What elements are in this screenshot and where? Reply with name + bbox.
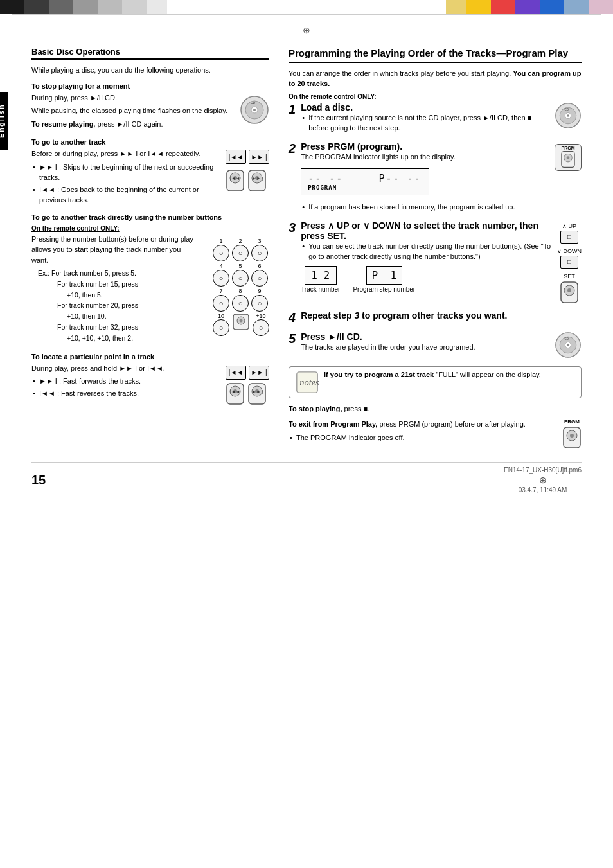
- step-3-content: Press ∧ UP or ∨ DOWN to select the track…: [301, 220, 552, 297]
- left-section-title: Basic Disc Operations: [31, 47, 269, 60]
- step-1-cd-icon: CD: [555, 102, 582, 130]
- up-down-set-icons: ∧ UP □ ∨ DOWN □ SET: [557, 223, 582, 304]
- exit-prgm-icon: PRGM: [562, 419, 582, 449]
- svg-text:►► |: ►► |: [252, 389, 263, 394]
- top-bar-left: [0, 0, 167, 14]
- locate-title: To locate a particular point in a track: [31, 353, 269, 360]
- numbtns-title: To go to another track directly using th…: [31, 213, 269, 221]
- right-section-title: Programming the Playing Order of the Tra…: [289, 47, 582, 63]
- numbtns-body: Pressing the number button(s) before or …: [31, 234, 195, 266]
- step-4-num: 4: [289, 310, 296, 325]
- page-outer: English ⊕ Basic Disc Operations While pl…: [12, 14, 601, 849]
- svg-point-27: [567, 114, 569, 117]
- prgm-remote-btn: PRGM: [555, 144, 582, 171]
- step-2-bullets: If a program has been stored in memory, …: [301, 202, 549, 213]
- numbtns-section: Pressing the number button(s) before or …: [31, 234, 269, 346]
- svg-point-31: [567, 156, 570, 159]
- left-intro: While playing a disc, you can do the fol…: [31, 65, 269, 76]
- stop-resume: To resume playing, press ►/II CD again.: [31, 119, 235, 130]
- locate-icons: |◄◄ ►► | |◄◄: [226, 366, 269, 405]
- exit-program-note: The PROGRAM indicator goes off.: [296, 432, 557, 443]
- page-inner: ⊕ Basic Disc Operations While playing a …: [12, 15, 601, 513]
- notes-content: If you try to program a 21st track "FULL…: [324, 371, 541, 378]
- notes-bold: If you try to program a 21st track: [324, 371, 434, 378]
- numpad-diagram: 1 2 3 ○ ○ ○ 4 5 6: [213, 238, 269, 336]
- step-1-content: Load a disc. If the current playing sour…: [301, 102, 549, 135]
- locate-bullets: ►► I : Fast-forwards the tracks. I◄◄ : F…: [31, 376, 220, 398]
- notes-box: notes If you try to program a 21st track…: [289, 366, 582, 398]
- step-4-content: Repeat step 3 to program other tracks yo…: [301, 310, 582, 321]
- footer-right: 03.4.7, 11:49 AM: [519, 486, 567, 493]
- step-2-prgm-icon: PRGM: [555, 144, 582, 171]
- locate-body: During play, press and hold ►► I or I◄◄.: [31, 363, 220, 374]
- next-remote-locate: ►► |: [247, 382, 267, 405]
- compass-mark-top: ⊕: [303, 25, 310, 35]
- track-bullet-1: ►► I : Skips to the beginning of the nex…: [39, 162, 220, 183]
- svg-point-44: [570, 434, 574, 438]
- left-column: Basic Disc Operations While playing a di…: [31, 47, 269, 449]
- step-1-num: 1: [289, 102, 296, 117]
- step-5-content: Press ►/II CD. The tracks are played in …: [301, 332, 549, 355]
- next-btn-icon: ►► |: [249, 150, 269, 164]
- step-4-row: 4 Repeat step 3 to program other tracks …: [289, 310, 582, 325]
- plus10-remote: [232, 313, 250, 331]
- svg-point-34: [567, 288, 571, 292]
- notes-body: "FULL" will appear on the display.: [436, 371, 541, 378]
- examples-block: Ex.: For track number 5, press 5. For tr…: [38, 268, 195, 344]
- step-2-num: 2: [289, 141, 296, 156]
- program-step-label: Program step number: [353, 286, 415, 293]
- exit-program-body: To exit from Program Play, press PRGM (p…: [289, 419, 557, 430]
- compass-mark-bottom: ⊕: [539, 475, 547, 485]
- stop-playing: To stop playing, press ■.: [289, 403, 582, 414]
- step-2-bullet-1: If a program has been stored in memory, …: [308, 202, 549, 213]
- prev-btn-icon: |◄◄: [226, 150, 246, 164]
- step-1-row: 1 Load a disc. If the current playing so…: [289, 102, 582, 135]
- exit-program-bullets: The PROGRAM indicator goes off.: [289, 432, 557, 443]
- svg-point-38: [567, 344, 569, 346]
- english-tab: English: [0, 92, 8, 150]
- svg-text:CD: CD: [251, 101, 256, 105]
- prev-remote-icon: |◄◄: [226, 169, 245, 192]
- step-3-bullets: You can select the track number directly…: [301, 241, 552, 262]
- track-number-label: Track number: [301, 286, 340, 293]
- notes-icon: notes: [296, 371, 319, 394]
- step-1-title: Load a disc.: [301, 102, 549, 112]
- page-footer: 15 EN14-17_UX-H30[U]ff.pm6 ⊕ 03.4.7, 11:…: [31, 462, 582, 493]
- cd-icon-stop: CD: [240, 95, 269, 126]
- step-1-bullets: If the current playing source is not the…: [301, 112, 549, 134]
- right-column: Programming the Playing Order of the Tra…: [289, 47, 582, 449]
- step-1-bullet-1: If the current playing source is not the…: [308, 112, 549, 134]
- step-5-cd-icon: CD: [555, 332, 582, 360]
- step-5-body: The tracks are played in the order you h…: [301, 342, 549, 353]
- stop-body2: While pausing, the elapsed playing time …: [31, 105, 235, 116]
- program-step-display: P 1 Program step number: [353, 266, 415, 293]
- track-title: To go to another track: [31, 138, 269, 146]
- numbtns-remote-label: On the remote control ONLY:: [31, 225, 269, 232]
- svg-point-3: [253, 109, 256, 111]
- step-3-bullet-1: You can select the track number directly…: [308, 241, 552, 262]
- track-section: Before or during play, press ►► I or I◄◄…: [31, 148, 269, 207]
- svg-text:►► |: ►► |: [252, 176, 263, 181]
- next-remote-icon: ►► |: [247, 169, 267, 192]
- step-3-row: 3 Press ∧ UP or ∨ DOWN to select the tra…: [289, 220, 582, 304]
- stop-section: During play, press ►/II CD. While pausin…: [31, 93, 269, 132]
- step-2-body: The PROGRAM indicator lights up on the d…: [301, 152, 549, 163]
- step-5-num: 5: [289, 332, 296, 346]
- svg-text:CD: CD: [565, 337, 569, 340]
- skip-buttons-icon: |◄◄ ►► | |◄◄: [226, 150, 269, 192]
- step-3-num: 3: [289, 220, 296, 235]
- svg-point-15: [240, 319, 243, 322]
- prev-remote-locate: |◄◄: [226, 382, 245, 405]
- page-number: 15: [31, 473, 46, 488]
- program-step-screen: P 1: [366, 266, 403, 285]
- stop-body: During play, press ►/II CD.: [31, 93, 235, 103]
- stop-title: To stop playing for a moment: [31, 82, 269, 90]
- track-number-display: 1 2 Track number: [301, 266, 340, 293]
- right-intro: You can arrange the order in which track…: [289, 68, 582, 89]
- track-bullet-2: I◄◄ : Goes back to the beginning of the …: [39, 184, 220, 206]
- step-4-title: Repeat step 3 to program other tracks yo…: [301, 310, 582, 321]
- exit-program-section: To exit from Program Play, press PRGM (p…: [289, 419, 582, 449]
- top-bar-right: [446, 0, 613, 14]
- program-display-label: PROGRAM: [308, 184, 422, 191]
- track-body: Before or during play, press ►► I or I◄◄…: [31, 148, 220, 159]
